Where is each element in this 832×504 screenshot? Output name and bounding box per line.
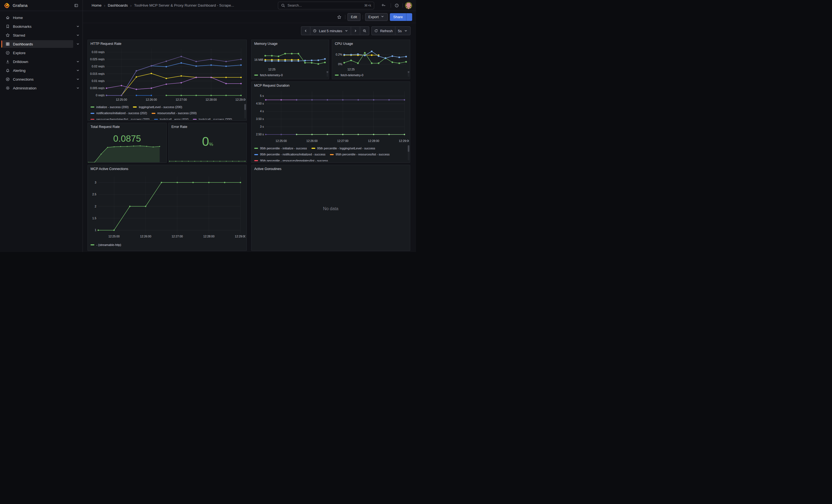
time-forward-button[interactable] xyxy=(351,27,360,35)
grafana-logo-icon[interactable] xyxy=(4,2,10,8)
sidebar-item-button[interactable]: Explore xyxy=(2,49,73,57)
expand-chevron-icon[interactable] xyxy=(73,77,82,81)
gear-icon xyxy=(5,86,10,90)
help-icon[interactable]: ? xyxy=(393,2,400,9)
mcp-active-connections-chart[interactable]: 12:25:0012:26:0012:27:0012:28:0012:29:00… xyxy=(89,172,245,241)
panel-title[interactable]: Error Rate xyxy=(168,123,246,130)
legend-item[interactable]: fetch-telemetry-0 xyxy=(335,73,363,78)
legend-swatch xyxy=(330,154,334,155)
favorite-star-icon[interactable] xyxy=(336,14,343,21)
sidebar-item-alerting[interactable]: Alerting xyxy=(0,66,82,75)
sidebar-item-drilldown[interactable]: Drilldown xyxy=(0,57,82,66)
expand-chevron-icon[interactable] xyxy=(73,42,82,46)
panel-title[interactable]: MCP Active Connections xyxy=(88,165,246,172)
time-controls: Last 5 minutes Refresh 5s xyxy=(301,26,411,35)
time-range-button[interactable]: Last 5 minutes xyxy=(310,27,351,35)
legend-item[interactable]: fetch-telemetry-0 xyxy=(254,73,283,78)
sidebar-item-button[interactable]: Starred xyxy=(2,31,73,39)
refresh-interval-button[interactable]: 5s xyxy=(395,27,410,35)
legend-item[interactable]: 95th percentile - resources/templates/li… xyxy=(254,158,328,162)
panel-title[interactable]: CPU Usage xyxy=(332,40,410,47)
gear-icon xyxy=(5,86,10,90)
share-chevron-button[interactable] xyxy=(406,13,412,21)
expand-chevron-icon[interactable] xyxy=(73,25,82,28)
error-rate-sparkline[interactable] xyxy=(169,158,246,162)
sidebar-item-administration[interactable]: Administration xyxy=(0,84,82,92)
edit-button[interactable]: Edit xyxy=(347,13,360,21)
memory-usage-chart[interactable]: 12:2516 MiB xyxy=(253,47,328,71)
sidebar-item-bookmarks[interactable]: Bookmarks xyxy=(0,22,82,31)
legend-item[interactable]: notifications/initialized - success (202… xyxy=(90,111,147,116)
sidebar-item-button[interactable]: Bookmarks xyxy=(2,23,73,30)
expand-chevron-icon[interactable] xyxy=(73,86,82,90)
scrollbar[interactable] xyxy=(244,104,246,118)
http-request-rate-legend: initialize - success (200)logging/setLev… xyxy=(88,103,246,120)
panel-title[interactable]: MCP Request Duration xyxy=(252,82,410,88)
mcp-request-duration-chart[interactable]: 12:25:0012:26:0012:27:0012:28:0012:29:00… xyxy=(253,88,409,144)
refresh-interval-label: 5s xyxy=(398,29,402,33)
bell-icon xyxy=(5,68,10,73)
zoom-out-button[interactable] xyxy=(360,27,369,35)
svg-text:12:25:00: 12:25:00 xyxy=(276,139,287,142)
svg-text:1.5: 1.5 xyxy=(92,216,96,220)
sidebar-item-button[interactable]: Dashboards xyxy=(2,40,73,48)
sidebar-item-dashboards[interactable]: Dashboards xyxy=(0,39,82,48)
scrollbar[interactable] xyxy=(327,71,328,77)
sidebar-item-connections[interactable]: Connections xyxy=(0,75,82,84)
breadcrumb-item[interactable]: Dashboards xyxy=(108,3,128,7)
legend-item[interactable]: tools/call - error (404) xyxy=(154,117,189,120)
legend-label: 95th percentile - resources/list - succe… xyxy=(336,152,390,157)
sidebar-item-label: Bookmarks xyxy=(13,25,32,29)
sidebar-item-button[interactable]: Administration xyxy=(2,84,73,92)
star-icon xyxy=(5,33,10,37)
legend-item[interactable]: tools/call - success (200) xyxy=(193,117,232,120)
add-new-icon[interactable] xyxy=(378,2,389,9)
cpu-usage-chart[interactable]: 12:250.2%0% xyxy=(333,47,409,71)
share-button[interactable]: Share xyxy=(390,13,406,21)
legend-item[interactable]: logging/setLevel - success (200) xyxy=(133,105,182,110)
scrollbar[interactable] xyxy=(408,71,409,77)
http-request-rate-chart[interactable]: 12:25:0012:26:0012:27:0012:28:0012:29:00… xyxy=(89,47,245,103)
expand-chevron-icon[interactable] xyxy=(73,69,82,72)
legend-item[interactable]: resources/list - success (200) xyxy=(152,111,197,116)
expand-chevron-icon[interactable] xyxy=(73,33,82,37)
sidebar-item-button[interactable]: Alerting xyxy=(2,67,73,74)
legend-item[interactable]: initialize - success (200) xyxy=(90,105,129,110)
legend-item[interactable]: 95th percentile - initialize - success xyxy=(254,146,307,151)
expand-chevron-icon[interactable] xyxy=(73,60,82,63)
svg-text:0.025 req/s: 0.025 req/s xyxy=(90,57,105,61)
sidebar-item-explore[interactable]: Explore xyxy=(0,48,82,57)
legend-item[interactable]: resources/templates/list - success (200) xyxy=(90,117,150,120)
legend-item[interactable]: 95th percentile - logging/setLevel - suc… xyxy=(311,146,375,151)
legend-item[interactable]: 95th percentile - notifications/initiali… xyxy=(254,152,326,157)
sidebar-item-button[interactable]: Connections xyxy=(2,75,73,83)
legend-label: resources/templates/list - success (200) xyxy=(96,117,150,120)
svg-text:4 s: 4 s xyxy=(260,109,264,113)
compass-icon xyxy=(5,51,10,55)
sidebar-item-starred[interactable]: Starred xyxy=(0,31,82,39)
sidebar-item-label: Home xyxy=(13,16,23,20)
sidebar-item-home[interactable]: Home xyxy=(0,13,82,22)
time-back-button[interactable] xyxy=(301,27,310,35)
panel-title[interactable]: Active Goroutines xyxy=(252,165,410,172)
breadcrumb-item[interactable]: Home xyxy=(92,3,102,7)
total-request-rate-sparkline[interactable] xyxy=(88,141,166,162)
sidebar-item-button[interactable]: Home xyxy=(2,14,73,22)
chevron-down-icon xyxy=(76,86,80,90)
chevron-down-icon xyxy=(344,29,348,33)
export-button[interactable]: Export xyxy=(365,13,388,21)
bell-icon xyxy=(5,68,10,73)
legend-item[interactable]: - (streamable-http) xyxy=(90,242,121,247)
panel-title[interactable]: HTTP Request Rate xyxy=(88,40,246,47)
svg-text:12:25:00: 12:25:00 xyxy=(108,235,120,238)
svg-text:0 req/s: 0 req/s xyxy=(96,94,105,97)
scrollbar[interactable] xyxy=(408,145,409,160)
sidebar-toggle-icon[interactable] xyxy=(73,2,80,9)
search-input[interactable]: Search... ⌘+k xyxy=(278,2,374,9)
avatar[interactable] xyxy=(405,2,412,9)
panel-title[interactable]: Memory Usage xyxy=(252,40,329,47)
refresh-button[interactable]: Refresh xyxy=(372,27,395,35)
sidebar-item-button[interactable]: Drilldown xyxy=(2,58,73,65)
legend-item[interactable]: 95th percentile - resources/list - succe… xyxy=(330,152,390,157)
panel-title[interactable]: Total Request Rate xyxy=(88,123,166,130)
